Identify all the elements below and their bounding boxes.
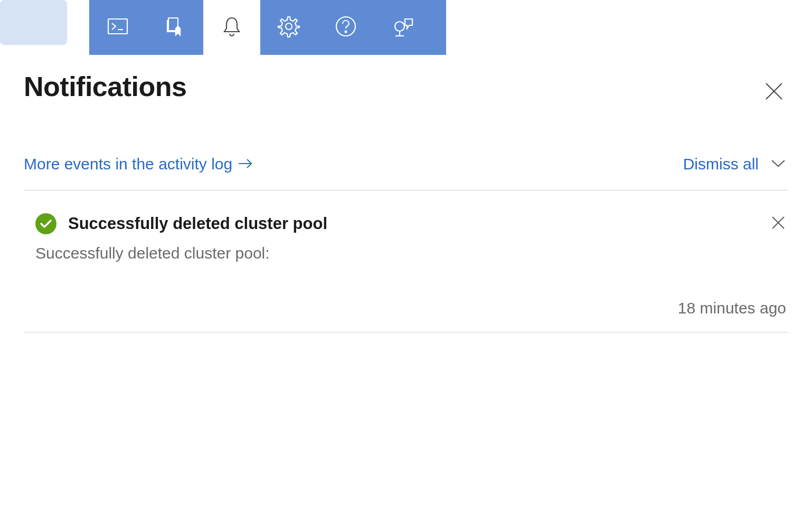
dismiss-notification-button[interactable] [768, 213, 788, 235]
notification-header: Successfully deleted cluster pool [35, 213, 788, 235]
more-events-link[interactable]: More events in the activity log [24, 155, 253, 173]
dismiss-all-link[interactable]: Dismiss all [683, 155, 759, 173]
svg-point-6 [395, 22, 404, 31]
notification-item: Successfully deleted cluster pool Succes… [24, 207, 788, 332]
cloud-shell-icon [106, 15, 129, 40]
panel-title: Notifications [24, 71, 186, 102]
svg-point-3 [286, 23, 292, 30]
notification-body: Successfully deleted cluster pool: [35, 244, 788, 262]
arrow-right-icon [238, 155, 253, 173]
close-icon [764, 94, 784, 103]
bell-icon [220, 15, 243, 40]
dismiss-section: Dismiss all [683, 155, 788, 173]
notifications-panel: Notifications More events in the activit… [0, 55, 812, 332]
search-input-collapsed[interactable] [0, 0, 67, 45]
svg-rect-0 [108, 19, 127, 34]
help-button[interactable] [317, 0, 374, 55]
notification-title: Successfully deleted cluster pool [68, 214, 327, 233]
close-icon [770, 223, 786, 232]
help-icon [334, 15, 357, 40]
action-row: More events in the activity log Dismiss … [24, 155, 788, 190]
cloud-shell-button[interactable] [89, 0, 146, 55]
filter-icon [163, 15, 186, 40]
success-icon [35, 213, 56, 234]
gear-icon [277, 15, 300, 40]
topbar [0, 0, 812, 55]
topbar-buttons [89, 0, 446, 55]
close-panel-button[interactable] [760, 77, 788, 108]
settings-button[interactable] [260, 0, 317, 55]
svg-point-5 [345, 31, 347, 33]
feedback-icon [391, 15, 414, 40]
filter-button[interactable] [146, 0, 203, 55]
panel-header: Notifications [24, 71, 788, 108]
notification-header-left: Successfully deleted cluster pool [35, 213, 327, 234]
chevron-down-icon [770, 160, 786, 169]
more-events-label: More events in the activity log [24, 155, 232, 173]
feedback-button[interactable] [374, 0, 431, 55]
notification-timestamp: 18 minutes ago [35, 299, 788, 317]
dismiss-menu-button[interactable] [768, 156, 788, 172]
notifications-button[interactable] [203, 0, 260, 55]
